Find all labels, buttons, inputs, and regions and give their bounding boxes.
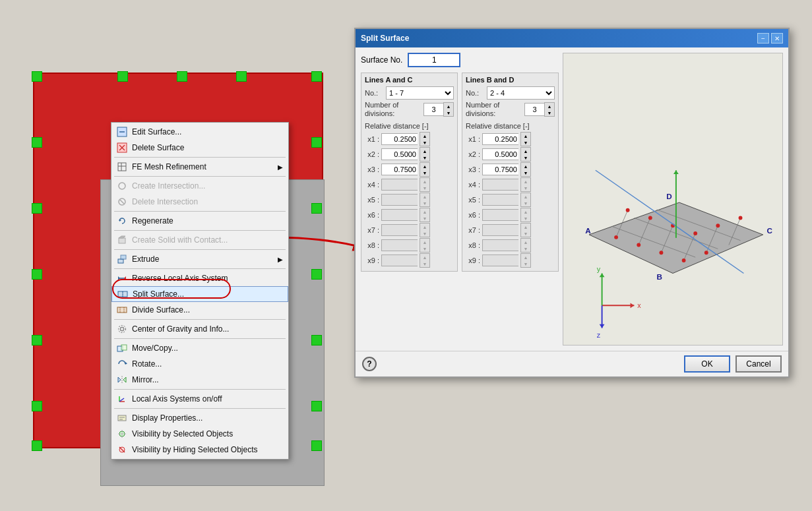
svg-text:C: C [767,226,773,235]
move-copy-icon [115,342,129,355]
lines-ac-x3: x3 : ▲▼ [365,162,454,177]
bd-x4-down: ▼ [521,185,530,191]
lines-ac-no-select[interactable]: 1 - 7 [386,86,454,100]
bd-x3-up[interactable]: ▲ [521,163,530,169]
svg-marker-30 [118,377,121,382]
lines-bd-divisions-label: Number ofdivisions: [466,101,499,118]
x8-down: ▼ [420,245,429,252]
menu-item-vis-selected[interactable]: Visibility by Selected Objects [111,426,288,442]
ok-button[interactable]: OK [684,355,730,373]
bd-x3-down[interactable]: ▼ [521,169,530,176]
green-dot [32,440,42,451]
menu-item-create-intersection: Create Intersection... [111,178,288,194]
svg-point-57 [682,258,686,262]
bd-x2-down[interactable]: ▼ [521,154,530,161]
menu-item-display-props[interactable]: Display Properties... [111,410,288,426]
lines-ac-spinner-down[interactable]: ▼ [444,109,453,116]
menu-item-vis-hiding[interactable]: Visibility by Hiding Selected Objects [111,442,288,458]
menu-item-local-axis[interactable]: Local Axis Systems on/off [111,391,288,407]
separator [114,268,286,269]
menu-item-edit-surface[interactable]: Edit Surface... [111,124,288,140]
lines-bd-divisions-input[interactable] [524,103,544,116]
bd-x4-up: ▲ [521,178,530,185]
lines-ac-divisions-input[interactable] [423,103,443,116]
svg-text:x: x [637,301,641,309]
svg-text:D: D [666,192,671,200]
dialog-body: Surface No. Lines A and C No.: 1 - 7 Num… [356,47,788,351]
surface-no-input[interactable] [408,53,460,67]
lines-bd-spinner-up[interactable]: ▲ [545,103,554,109]
lines-bd-spinner-down[interactable]: ▼ [545,109,554,116]
svg-marker-80 [673,170,679,174]
x1-down[interactable]: ▼ [420,139,429,146]
menu-item-fe-mesh[interactable]: FE Mesh Refinement ▶ [111,159,288,175]
create-intersection-icon [115,179,129,193]
lines-ac-x2-input[interactable] [381,148,418,160]
lines-ac-x3-input[interactable] [381,164,418,175]
lines-bd-x7-input [482,224,518,236]
bd-x1-up[interactable]: ▲ [521,133,530,139]
menu-item-rotate[interactable]: Rotate... [111,356,288,372]
minimize-button[interactable]: − [757,33,769,44]
lines-ac-x7: x7 : ▲▼ [365,223,454,237]
lines-bd-x5: x5 : ▲▼ [466,193,555,207]
cancel-button[interactable]: Cancel [735,355,782,373]
green-dot [32,335,42,346]
lines-bd-x1-input[interactable] [482,133,518,145]
lines-bd-no-select[interactable]: 2 - 4 [487,86,555,100]
x9-down: ▼ [420,260,429,267]
separator [114,211,286,212]
x2-down[interactable]: ▼ [420,154,429,161]
lines-bd-no-label: No.: [466,89,484,97]
lines-ac-rel-label: Relative distance [-] [365,122,454,130]
display-props-icon [115,411,129,425]
split-surface-icon [116,287,129,301]
lines-ac-x4: x4 : ▲▼ [365,177,454,192]
x3-down[interactable]: ▼ [420,169,429,176]
bd-x9-up: ▲ [521,254,530,260]
left-panel: Surface No. Lines A and C No.: 1 - 7 Num… [361,53,559,346]
menu-item-mirror[interactable]: Mirror... [111,372,288,388]
svg-point-54 [614,235,618,239]
dialog-footer: ? OK Cancel [356,351,788,376]
x3-up[interactable]: ▲ [420,163,429,169]
green-dot [177,71,187,82]
menu-item-cog[interactable]: Center of Gravity and Info... [111,321,288,337]
help-button[interactable]: ? [362,357,377,371]
separator [114,389,286,390]
menu-item-regenerate[interactable]: Regenerate [111,213,288,229]
lines-bd-spinner: ▲ ▼ [524,102,555,117]
menu-item-extrude[interactable]: Extrude ▶ [111,251,288,267]
menu-item-reverse-axis[interactable]: Reverse Local Axis System [111,270,288,286]
split-surface-dialog: Split Surface − ✕ Surface No. Lines A an… [354,28,790,378]
bd-x7-down: ▼ [521,230,530,237]
x7-up: ▲ [420,224,429,230]
menu-item-move-copy[interactable]: Move/Copy... [111,340,288,356]
close-button[interactable]: ✕ [771,33,783,44]
lines-ac-x7-input [381,224,418,236]
x1-up[interactable]: ▲ [420,133,429,139]
green-dot [311,335,322,346]
lines-ac-divisions-row: Number ofdivisions: ▲ ▼ [365,101,454,118]
lines-bd-x2-input[interactable] [482,148,518,160]
x7-down: ▼ [420,230,429,237]
menu-item-delete-surface[interactable]: Delete Surface [111,140,288,156]
menu-item-divide-surface[interactable]: Divide Surface... [111,302,288,318]
x2-up[interactable]: ▲ [420,148,429,154]
separator [114,338,286,339]
bd-x2-up[interactable]: ▲ [521,148,530,154]
lines-bd-spinner-btns: ▲ ▼ [544,102,555,117]
bd-x1-down[interactable]: ▼ [521,139,530,146]
green-dot [311,269,322,280]
lines-ac-x1-input[interactable] [381,133,418,145]
lines-bd-section: Lines B and D No.: 2 - 4 Number ofdivisi… [462,73,559,272]
mirror-icon [115,373,129,386]
3d-view-svg: A D B C x y [563,53,782,345]
lines-bd-x3-input[interactable] [482,164,518,175]
fe-mesh-icon [115,160,129,173]
lines-ac-spinner-up[interactable]: ▲ [444,103,453,109]
bd-x9-down: ▼ [521,260,530,267]
green-dot [311,137,322,148]
menu-item-split-surface[interactable]: Split Surface... [111,286,288,302]
svg-rect-13 [119,238,125,243]
